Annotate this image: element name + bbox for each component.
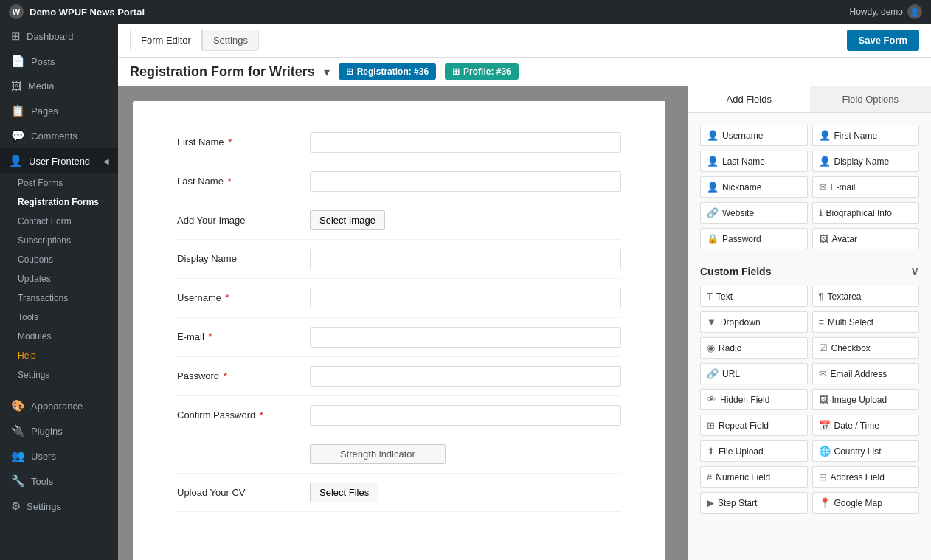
field-btn-dropdown[interactable]: ▼ Dropdown <box>700 311 808 333</box>
input-username[interactable] <box>310 288 621 308</box>
country-list-field-icon: 🌐 <box>819 446 831 457</box>
field-btn-country-list[interactable]: 🌐 Country List <box>812 440 920 462</box>
label-username: Username * <box>177 288 295 303</box>
sidebar-item-pages[interactable]: 📋 Pages <box>0 98 118 123</box>
label-last-name: Last Name * <box>177 171 295 187</box>
field-btn-repeat-field[interactable]: ⊞ Repeat Field <box>700 415 808 436</box>
form-row-username: Username * <box>177 279 621 318</box>
password-input[interactable] <box>310 366 621 387</box>
sidebar-item-user-frontend[interactable]: 👤 User Frontend ◀ <box>0 148 118 173</box>
textarea-field-icon: ¶ <box>819 291 824 302</box>
sidebar-item-tools[interactable]: 🔧 Tools <box>0 469 118 494</box>
field-btn-email-address[interactable]: ✉ Email Address <box>812 363 920 384</box>
sidebar-sub-settings[interactable]: Settings <box>0 365 118 384</box>
sidebar-sub-subscriptions[interactable]: Subscriptions <box>0 231 118 250</box>
field-btn-website[interactable]: 🔗 Website <box>700 202 808 224</box>
nickname-field-icon: 👤 <box>707 182 719 193</box>
sidebar-sub-coupons[interactable]: Coupons <box>0 250 118 269</box>
field-btn-first-name[interactable]: 👤 First Name <box>812 125 920 146</box>
field-btn-display-name[interactable]: 👤 Display Name <box>812 151 920 172</box>
input-first-name[interactable] <box>310 132 621 153</box>
field-btn-bio[interactable]: ℹ Biographical Info <box>812 202 920 224</box>
field-btn-file-upload[interactable]: ⬆ File Upload <box>700 440 808 462</box>
field-btn-nickname[interactable]: 👤 Nickname <box>700 176 808 198</box>
field-btn-radio[interactable]: ◉ Radio <box>700 337 808 359</box>
tab-form-editor[interactable]: Form Editor <box>130 30 202 51</box>
panel-tab-add-fields[interactable]: Add Fields <box>688 86 810 112</box>
field-btn-multi-select[interactable]: ≡ Multi Select <box>812 311 920 333</box>
input-confirm-password[interactable] <box>310 405 621 426</box>
panel-content: 👤 Username 👤 First Name 👤 Last Name <box>688 113 931 560</box>
sidebar-sub-tools[interactable]: Tools <box>0 308 118 327</box>
field-btn-password[interactable]: 🔒 Password <box>700 228 808 249</box>
panel-tab-field-options[interactable]: Field Options <box>810 86 932 112</box>
field-btn-textarea[interactable]: ¶ Textarea <box>812 286 920 307</box>
input-display-name[interactable] <box>310 249 621 269</box>
sidebar-sub-help[interactable]: Help <box>0 346 118 365</box>
username-input[interactable] <box>310 288 621 308</box>
custom-fields-grid: T Text ¶ Textarea ▼ Dropdown ≡ <box>700 286 919 514</box>
input-password[interactable] <box>310 366 621 387</box>
user-frontend-arrow: ◀ <box>103 157 109 165</box>
step-start-field-icon: ▶ <box>707 497 714 508</box>
appearance-icon: 🎨 <box>11 399 25 412</box>
confirm-password-input[interactable] <box>310 405 621 426</box>
sidebar-sub-contact-form[interactable]: Contact Form <box>0 212 118 231</box>
hidden-field-icon: 👁 <box>707 394 716 405</box>
field-btn-last-name[interactable]: 👤 Last Name <box>700 151 808 172</box>
sidebar-sub-updates[interactable]: Updates <box>0 269 118 288</box>
custom-fields-toggle[interactable]: ∨ <box>910 264 919 278</box>
standard-fields-grid: 👤 Username 👤 First Name 👤 Last Name <box>700 125 919 249</box>
email-field-icon: ✉ <box>819 182 827 193</box>
settings-icon: ⚙ <box>11 499 21 513</box>
media-icon: 🖼 <box>11 80 22 92</box>
field-btn-date-time[interactable]: 📅 Date / Time <box>812 415 920 436</box>
required-star-4: * <box>208 331 212 342</box>
last-name-input[interactable] <box>310 171 621 192</box>
sidebar-item-users[interactable]: 👥 Users <box>0 443 118 469</box>
field-btn-numeric-field[interactable]: # Numeric Field <box>700 466 808 488</box>
form-row-confirm-password: Confirm Password * <box>177 396 621 435</box>
field-btn-address-field[interactable]: ⊞ Address Field <box>812 466 920 488</box>
top-bar-user: Howdy, demo 👤 <box>850 4 922 19</box>
field-btn-image-upload[interactable]: 🖼 Image Upload <box>812 389 920 410</box>
tab-settings[interactable]: Settings <box>202 30 259 51</box>
first-name-input[interactable] <box>310 132 621 153</box>
sidebar-item-posts[interactable]: 📄 Posts <box>0 49 118 74</box>
sidebar-item-settings[interactable]: ⚙ Settings <box>0 494 118 519</box>
field-btn-hidden-field[interactable]: 👁 Hidden Field <box>700 389 808 410</box>
field-btn-url[interactable]: 🔗 URL <box>700 363 808 384</box>
address-field-icon: ⊞ <box>819 471 827 483</box>
sidebar-item-dashboard[interactable]: ⊞ Dashboard <box>0 24 118 49</box>
sidebar-item-appearance[interactable]: 🎨 Appearance <box>0 393 118 418</box>
form-title-dropdown[interactable]: ▾ <box>324 65 330 79</box>
sidebar-item-comments[interactable]: 💬 Comments <box>0 123 118 148</box>
input-email[interactable] <box>310 327 621 348</box>
field-btn-google-map[interactable]: 📍 Google Map <box>812 492 920 514</box>
email-input[interactable] <box>310 327 621 348</box>
select-files-button[interactable]: Select Files <box>310 483 378 502</box>
tools-icon: 🔧 <box>11 474 25 488</box>
input-last-name[interactable] <box>310 171 621 192</box>
sidebar-sub-post-forms[interactable]: Post Forms <box>0 173 118 193</box>
sidebar-item-media[interactable]: 🖼 Media <box>0 74 118 98</box>
field-btn-checkbox[interactable]: ☑ Checkbox <box>812 337 920 359</box>
field-btn-avatar[interactable]: 🖼 Avatar <box>812 228 920 249</box>
field-btn-text[interactable]: T Text <box>700 286 808 307</box>
sidebar-sub-registration-forms[interactable]: Registration Forms <box>0 193 118 212</box>
custom-fields-label: Custom Fields <box>700 266 771 277</box>
sidebar-item-plugins[interactable]: 🔌 Plugins <box>0 418 118 443</box>
upload-cv-field: Select Files <box>310 483 621 502</box>
field-btn-email[interactable]: ✉ E-mail <box>812 176 920 198</box>
save-form-button[interactable]: Save Form <box>847 30 919 51</box>
field-btn-username[interactable]: 👤 Username <box>700 125 808 146</box>
profile-badge[interactable]: ⊞ Profile: #36 <box>445 63 519 80</box>
field-btn-step-start[interactable]: ▶ Step Start <box>700 492 808 514</box>
registration-badge[interactable]: ⊞ Registration: #36 <box>339 63 436 80</box>
form-row-last-name: Last Name * <box>177 162 621 201</box>
toolbar: Form Editor Settings Save Form <box>118 24 931 58</box>
sidebar-sub-modules[interactable]: Modules <box>0 327 118 346</box>
display-name-input[interactable] <box>310 249 621 269</box>
sidebar-sub-transactions[interactable]: Transactions <box>0 288 118 308</box>
select-image-button[interactable]: Select Image <box>310 210 385 230</box>
